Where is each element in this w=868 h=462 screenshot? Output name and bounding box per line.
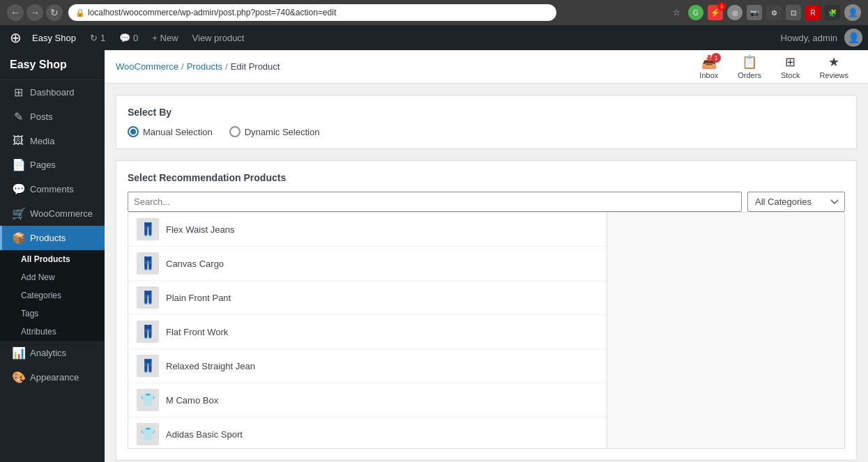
product-thumbnail: 👕 xyxy=(137,389,159,411)
product-item[interactable]: 👖 Canvas Cargo xyxy=(128,247,607,281)
sidebar-item-pages[interactable]: 📄 Pages xyxy=(0,153,105,177)
select-by-title: Select By xyxy=(128,107,845,118)
sidebar-label-dashboard: Dashboard xyxy=(30,87,75,98)
radio-manual[interactable]: Manual Selection xyxy=(128,126,213,137)
product-thumbnail: 👖 xyxy=(137,321,159,343)
product-item[interactable]: 👕 Adidas Basic Sport xyxy=(128,417,607,448)
admin-bar-updates[interactable]: ↻ 1 xyxy=(83,25,112,50)
admin-bar-view-product[interactable]: View product xyxy=(185,25,252,50)
sidebar-submenu-add-new[interactable]: Add New xyxy=(0,268,105,286)
category-select[interactable]: All Categories Jeans T-Shirts Shorts xyxy=(747,192,845,212)
extension-g-icon[interactable]: G xyxy=(688,5,703,20)
product-thumbnail: 👕 xyxy=(137,423,159,445)
search-input[interactable] xyxy=(134,192,736,211)
breadcrumb-products[interactable]: Products xyxy=(187,61,222,72)
extension-badge-icon[interactable]: ⚡ 3 xyxy=(708,5,723,20)
product-item[interactable]: 👖 Flat Front Work xyxy=(128,315,607,349)
breadcrumb-current: Edit Product xyxy=(231,61,280,72)
sidebar-logo: Easy Shop xyxy=(0,50,105,80)
stock-icon: ⊞ xyxy=(785,54,795,70)
sidebar-item-products[interactable]: 📦 Products xyxy=(0,226,105,250)
admin-bar-new[interactable]: + New xyxy=(145,25,185,50)
admin-avatar[interactable]: 👤 xyxy=(844,29,862,47)
admin-bar-comments[interactable]: 💬 0 xyxy=(112,25,145,50)
product-thumbnail: 👖 xyxy=(137,355,159,377)
inbox-badge: 1 xyxy=(711,53,721,63)
sidebar-item-comments[interactable]: 💬 Comments xyxy=(0,177,105,201)
breadcrumb-sep-2: / xyxy=(225,61,228,72)
sidebar-label-analytics: Analytics xyxy=(30,348,66,358)
radio-manual-label: Manual Selection xyxy=(143,127,213,137)
pages-icon: 📄 xyxy=(12,158,24,171)
extension-red-icon[interactable]: R xyxy=(805,5,821,20)
update-icon: ↻ xyxy=(90,33,98,43)
sidebar-item-appearance[interactable]: 🎨 Appearance xyxy=(0,365,105,390)
recommendation-body: Select Recommendation Products All Categ… xyxy=(116,161,856,460)
profile-icon[interactable]: 👤 xyxy=(844,4,861,21)
reviews-icon: ★ xyxy=(828,54,839,70)
top-bar-inbox[interactable]: 📥 Inbox 1 xyxy=(691,52,726,82)
sidebar-label-products: Products xyxy=(30,233,66,243)
extension-camera-icon[interactable]: 📷 xyxy=(747,5,762,20)
address-bar[interactable]: 🔒 localhost/woocommerce/wp-admin/post.ph… xyxy=(68,4,556,21)
page-content: Select By Manual Selection Dynamic Selec… xyxy=(105,84,868,462)
refresh-button[interactable]: ↻ xyxy=(46,4,63,21)
wp-logo[interactable]: ⊕ xyxy=(6,28,25,47)
admin-bar-site-name[interactable]: Easy Shop xyxy=(25,25,83,50)
recommendation-panel: Select Recommendation Products All Categ… xyxy=(116,160,857,461)
sidebar-item-woocommerce[interactable]: 🛒 WooCommerce xyxy=(0,201,105,226)
search-row: All Categories Jeans T-Shirts Shorts xyxy=(128,192,845,212)
sidebar-label-comments: Comments xyxy=(30,184,74,194)
comments-icon: 💬 xyxy=(12,183,24,196)
product-thumbnail: 👖 xyxy=(137,286,159,309)
product-item[interactable]: 👖 Flex Waist Jeans xyxy=(128,213,607,247)
extension-gear-icon[interactable]: ⚙ xyxy=(766,5,782,20)
product-name: Flat Front Work xyxy=(166,327,228,337)
sidebar-submenu-categories[interactable]: Categories xyxy=(0,286,105,305)
howdy-text: Howdy, admin xyxy=(774,33,844,43)
content-area: WooCommerce / Products / Edit Product 📥 … xyxy=(105,50,868,462)
product-list: 👖 Flex Waist Jeans 👖 Canvas Cargo 👖 Plai… xyxy=(128,213,607,448)
radio-dynamic[interactable]: Dynamic Selection xyxy=(229,126,320,137)
extension-puzzle-icon[interactable]: 🧩 xyxy=(825,5,840,20)
product-item[interactable]: 👖 Relaxed Straight Jean xyxy=(128,349,607,383)
top-bar-reviews[interactable]: ★ Reviews xyxy=(811,52,857,82)
sidebar-item-media[interactable]: 🖼 Media xyxy=(0,129,105,153)
sidebar-submenu-all-products[interactable]: All Products xyxy=(0,250,105,268)
top-bar-actions: 📥 Inbox 1 📋 Orders ⊞ Stock ★ Reviews xyxy=(691,52,857,82)
product-name: Flex Waist Jeans xyxy=(166,224,235,235)
sidebar-submenu-attributes[interactable]: Attributes xyxy=(0,323,105,341)
star-icon[interactable]: ☆ xyxy=(669,5,684,20)
stock-label: Stock xyxy=(781,71,800,79)
product-name: Canvas Cargo xyxy=(166,259,224,269)
sidebar-item-posts[interactable]: ✎ Posts xyxy=(0,105,105,129)
radio-dynamic-label: Dynamic Selection xyxy=(245,127,320,137)
product-item[interactable]: 👖 Plain Front Pant xyxy=(128,281,607,315)
product-list-area: 👖 Flex Waist Jeans 👖 Canvas Cargo 👖 Plai… xyxy=(128,212,845,449)
breadcrumb-sep-1: / xyxy=(181,61,184,72)
select-by-panel: Select By Manual Selection Dynamic Selec… xyxy=(116,95,857,149)
woocommerce-icon: 🛒 xyxy=(12,207,24,220)
sidebar-item-analytics[interactable]: 📊 Analytics xyxy=(0,341,105,365)
sidebar-item-dashboard[interactable]: ⊞ Dashboard xyxy=(0,80,105,105)
admin-bar-right: Howdy, admin 👤 xyxy=(774,29,862,47)
media-icon: 🖼 xyxy=(12,134,24,147)
sidebar-label-posts: Posts xyxy=(30,111,53,122)
lock-icon: 🔒 xyxy=(75,8,85,17)
sidebar-submenu-products: All Products Add New Categories Tags Att… xyxy=(0,250,105,341)
extension-circle-icon[interactable]: ◎ xyxy=(727,5,743,20)
top-bar-orders[interactable]: 📋 Orders xyxy=(729,52,770,82)
comment-icon: 💬 xyxy=(119,33,130,43)
back-button[interactable]: ← xyxy=(7,4,24,21)
browser-actions: ☆ G ⚡ 3 ◎ 📷 ⚙ ⊡ R 🧩 👤 xyxy=(669,4,861,21)
radio-group: Manual Selection Dynamic Selection xyxy=(128,126,845,137)
extension-square-icon[interactable]: ⊡ xyxy=(786,5,801,20)
appearance-icon: 🎨 xyxy=(12,371,24,384)
analytics-icon: 📊 xyxy=(12,346,24,360)
forward-button[interactable]: → xyxy=(26,4,43,21)
top-bar-stock[interactable]: ⊞ Stock xyxy=(772,52,809,82)
product-item[interactable]: 👕 M Camo Box xyxy=(128,383,607,417)
sidebar-submenu-tags[interactable]: Tags xyxy=(0,305,105,323)
breadcrumb-woocommerce[interactable]: WooCommerce xyxy=(116,61,178,72)
dashboard-icon: ⊞ xyxy=(12,86,24,99)
